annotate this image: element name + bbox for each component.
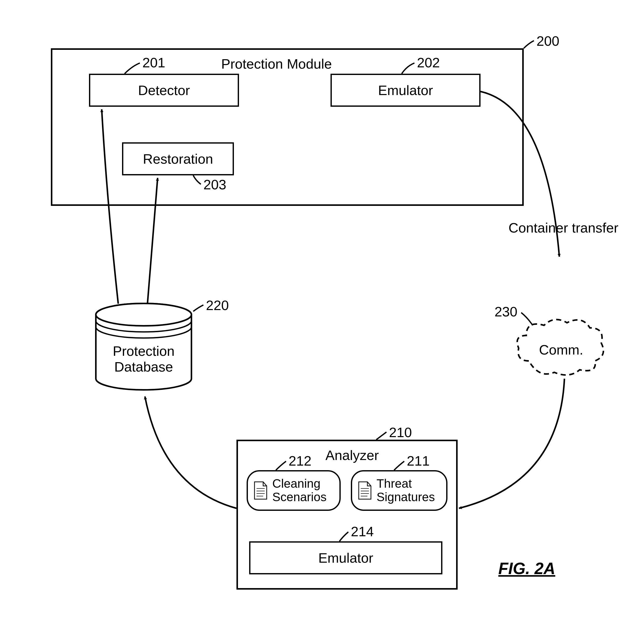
diagram-root: Protection Module 200 Detector 201 Emula… — [0, 0, 644, 644]
emulator-analyzer-box: Emulator — [249, 541, 442, 574]
analyzer-title: Analyzer — [326, 447, 379, 463]
protection-database: Protection Database — [94, 302, 193, 394]
cleaning-label-1: Cleaning — [272, 477, 327, 490]
emulator-top-ref: 202 — [417, 55, 440, 70]
emulator-top-box: Emulator — [331, 74, 481, 107]
cleaning-ref: 212 — [288, 453, 311, 469]
analyzer-ref: 210 — [389, 424, 412, 440]
container-transfer-label: Container transfer — [509, 220, 618, 236]
cleaning-pill: Cleaning Scenarios — [246, 470, 341, 511]
document-icon — [357, 481, 373, 500]
threat-label-2: Signatures — [377, 490, 435, 504]
emulator-analyzer-label: Emulator — [318, 550, 373, 566]
restoration-label: Restoration — [143, 151, 213, 167]
svg-point-1 — [96, 303, 191, 326]
detector-box: Detector — [89, 74, 239, 107]
restoration-ref: 203 — [203, 177, 226, 192]
comm-ref: 230 — [495, 304, 517, 319]
threat-label-1: Threat — [377, 477, 435, 490]
threat-ref: 211 — [407, 453, 430, 469]
figure-label: FIG. 2A — [498, 559, 555, 578]
database-ref: 220 — [206, 297, 229, 313]
detector-ref: 201 — [142, 55, 165, 70]
database-label-2: Database — [94, 359, 193, 375]
protection-module-ref: 200 — [537, 33, 559, 49]
emulator-top-label: Emulator — [378, 82, 433, 99]
detector-label: Detector — [138, 82, 190, 99]
document-icon — [253, 481, 268, 500]
comm-label: Comm. — [539, 342, 583, 358]
protection-module-box — [51, 48, 524, 206]
cleaning-label-2: Scenarios — [272, 490, 327, 504]
emulator-analyzer-ref: 214 — [351, 524, 374, 539]
restoration-box: Restoration — [122, 142, 234, 175]
protection-module-title: Protection Module — [221, 56, 332, 72]
threat-pill: Threat Signatures — [351, 470, 448, 511]
comm-cloud: Comm. — [514, 315, 605, 381]
database-label-1: Protection — [94, 343, 193, 359]
